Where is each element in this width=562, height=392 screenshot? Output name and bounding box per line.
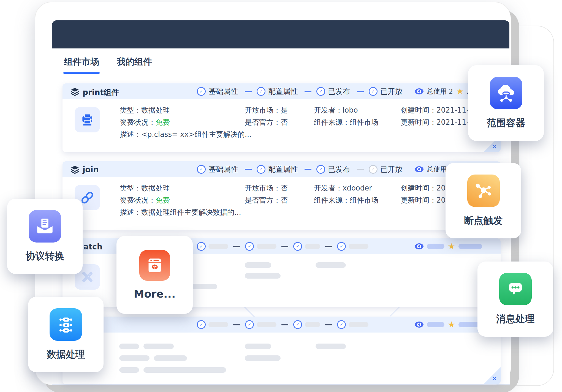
link-icon (80, 190, 95, 205)
step-connector (357, 91, 364, 92)
component-marketplace-screen: 组件市场 我的组件 print组件 基础属性 配置属性 已发布 已开放 (0, 0, 562, 392)
card-header: ★ (63, 317, 501, 333)
card-title: atch (83, 242, 102, 251)
card-title: join (83, 165, 99, 174)
step-label: 已发布 (328, 86, 350, 96)
step-label: 已发布 (328, 164, 350, 174)
floating-card-breakpoint-trigger[interactable]: 断点触发 (446, 163, 521, 238)
eye-icon (415, 322, 423, 328)
step-connector (233, 246, 240, 247)
inbox-doc-icon (29, 210, 61, 243)
close-icon[interactable]: ✕ (492, 375, 497, 383)
step-connector (325, 246, 332, 247)
printer-icon (80, 112, 95, 127)
skeleton-row (316, 262, 346, 268)
check-icon-pending (369, 165, 378, 174)
status-steps-skeleton (197, 317, 368, 333)
check-icon (293, 242, 302, 251)
field-fee: 资费状况：免费 (120, 118, 170, 127)
card-meta-skeleton: ★ (415, 317, 482, 333)
card-meta-skeleton: ★ (415, 238, 482, 254)
field-fee: 资费状况：免费 (120, 195, 170, 205)
skeleton-row (245, 273, 281, 279)
floating-card-scope-container[interactable]: 范围容器 (468, 65, 544, 141)
eye-icon (415, 166, 423, 172)
skeleton-row (245, 262, 271, 268)
star-icon: ★ (456, 87, 464, 96)
check-icon (197, 165, 206, 174)
step-connector (305, 169, 311, 170)
ruler-icon (80, 270, 95, 284)
check-icon (197, 87, 206, 96)
skeleton-pill (305, 322, 320, 327)
active-tab-indicator (63, 72, 100, 74)
step-label: 基础属性 (208, 164, 238, 174)
star-icon: ★ (448, 242, 455, 251)
step-label: 配置属性 (268, 86, 298, 96)
floating-card-data-processing[interactable]: 数据处理 (28, 297, 104, 372)
field-official: 是否官方：否 (245, 118, 288, 127)
browser-cube-icon (139, 250, 170, 281)
status-steps: 基础属性 配置属性 已发布 已开放 (197, 83, 404, 99)
chat-bubble-icon (499, 273, 532, 305)
component-card-print[interactable]: print组件 基础属性 配置属性 已发布 已开放 总使用 2 ★ 总评 (63, 83, 501, 152)
skeleton-row (119, 355, 187, 361)
field-developer: 开发者：lobo (314, 105, 358, 115)
card-title: print组件 (83, 87, 119, 98)
check-icon (316, 165, 325, 174)
check-icon (337, 320, 346, 329)
floating-card-label: 数据处理 (47, 348, 85, 361)
field-market: 开放市场：是 (245, 105, 288, 115)
usage-count: 总使用 2 (427, 87, 453, 96)
skeleton-row (119, 344, 174, 349)
field-type: 类型：数据处理 (120, 105, 170, 115)
field-developer: 开发者：xdooder (314, 183, 372, 193)
field-market: 开放市场：否 (245, 183, 288, 193)
data-nodes-icon (50, 308, 82, 341)
tab-my-components[interactable]: 我的组件 (117, 56, 152, 68)
check-icon (293, 320, 302, 329)
skeleton-pill (208, 322, 228, 327)
check-icon (197, 320, 206, 329)
skeleton-pill (257, 322, 276, 327)
step-connector (305, 91, 311, 92)
skeleton-pill (305, 244, 320, 249)
cloud-container-icon (490, 77, 522, 109)
step-connector (281, 324, 288, 325)
layers-icon (71, 88, 79, 96)
close-icon[interactable]: ✕ (492, 143, 497, 151)
component-icon-box (75, 107, 100, 132)
star-icon: ★ (448, 320, 455, 329)
check-icon (337, 242, 346, 251)
floating-card-protocol-conversion[interactable]: 协议转换 (7, 199, 83, 274)
skeleton-pill (458, 244, 482, 249)
skeleton-row (119, 367, 226, 373)
skeleton-pill (208, 244, 228, 249)
browser-titlebar (52, 20, 509, 48)
check-icon (257, 87, 265, 96)
step-label: 基础属性 (208, 86, 238, 96)
floating-card-message-processing[interactable]: 消息处理 (477, 262, 553, 337)
skeleton-pill (257, 244, 276, 249)
step-label: 已开放 (380, 164, 403, 174)
layers-icon (71, 165, 79, 174)
tab-component-market[interactable]: 组件市场 (64, 56, 99, 68)
skeleton-pill (427, 322, 444, 327)
component-card-join[interactable]: join 基础属性 配置属性 已发布 已开放 总使用 6 (63, 161, 501, 230)
skeleton-row (245, 344, 271, 349)
molecule-icon (467, 175, 500, 207)
skeleton-pill (349, 244, 368, 249)
step-connector (233, 324, 240, 325)
floating-card-more[interactable]: More... (116, 236, 193, 314)
card-header: join 基础属性 配置属性 已发布 已开放 总使用 6 (63, 161, 501, 177)
step-connector (281, 246, 288, 247)
field-source: 组件来源：组件市场 (314, 195, 378, 205)
component-card-loading[interactable]: ★ ✕ (63, 317, 501, 384)
field-desc: 描述：<p.class= xx>组件主要解决的... (120, 130, 252, 139)
status-steps: 基础属性 配置属性 已发布 已开放 (197, 161, 404, 177)
skeleton-row (316, 344, 346, 349)
check-icon (257, 165, 265, 174)
check-icon (245, 320, 254, 329)
field-desc: 描述：数据处理组件主要解决数据的... (120, 208, 241, 217)
status-steps-skeleton (197, 238, 368, 254)
